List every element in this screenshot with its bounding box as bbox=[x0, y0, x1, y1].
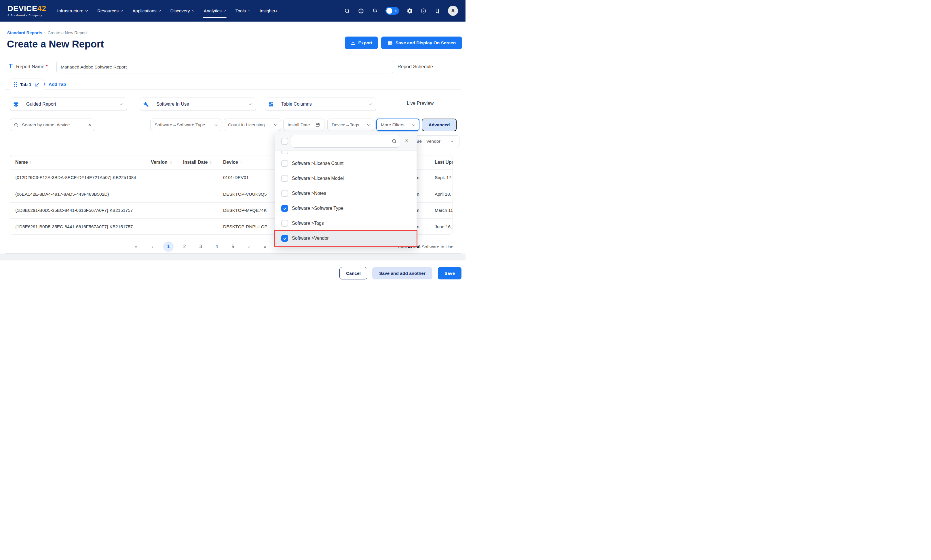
column-header-name[interactable]: Name ↑↓ bbox=[15, 160, 32, 165]
help-icon[interactable]: ? bbox=[420, 8, 427, 14]
pagination-first[interactable]: « bbox=[131, 242, 142, 252]
nav-item-resources[interactable]: Resources bbox=[97, 5, 123, 17]
globe-icon[interactable] bbox=[358, 8, 364, 14]
chevron-down-icon bbox=[367, 123, 370, 126]
cell-device: DESKTOP-VUUK3Q5 bbox=[223, 192, 266, 197]
edit-pencil-icon[interactable] bbox=[34, 82, 40, 87]
pagination-page-2[interactable]: 2 bbox=[179, 242, 190, 252]
checkbox[interactable] bbox=[281, 175, 288, 182]
nav-item-infrastructure[interactable]: Infrastructure bbox=[57, 5, 88, 17]
more-filters-panel: × Software >License Count Software >Lice… bbox=[275, 132, 417, 246]
panel-item-label: Software >Notes bbox=[292, 191, 326, 196]
filter-pill-install-date[interactable]: Install Date bbox=[283, 118, 325, 131]
nav-item-tools[interactable]: Tools bbox=[235, 5, 250, 17]
filter-pill-software-software-type[interactable]: Software→Software Type bbox=[150, 118, 222, 131]
bookmark-icon[interactable] bbox=[434, 8, 440, 14]
check-icon bbox=[283, 206, 287, 211]
pagination-page-3[interactable]: 3 bbox=[195, 242, 206, 252]
search-input[interactable] bbox=[21, 122, 86, 128]
save-button[interactable]: Save bbox=[438, 267, 462, 279]
avatar[interactable]: A bbox=[448, 6, 458, 16]
checkbox[interactable] bbox=[281, 220, 288, 227]
nav-item-applications[interactable]: Applications bbox=[132, 5, 161, 17]
sort-icon[interactable]: ↑↓ bbox=[209, 161, 212, 164]
live-preview-label: Live Preview bbox=[407, 100, 434, 106]
view-mode-select[interactable]: Table Columns bbox=[265, 98, 376, 111]
pagination-page-5[interactable]: 5 bbox=[228, 242, 238, 252]
sort-icon[interactable]: ↑↓ bbox=[240, 161, 243, 164]
notifications-bell-icon[interactable] bbox=[372, 8, 378, 14]
gear-icon[interactable] bbox=[406, 8, 413, 14]
toggle-knob bbox=[443, 64, 448, 70]
chevron-down-icon bbox=[192, 9, 194, 12]
cell-name: {1D8E6291-B0D5-35EC-8441-6616F567A0F7}.K… bbox=[15, 208, 133, 213]
tab-1[interactable]: Tab 1 bbox=[10, 78, 44, 90]
column-header-device[interactable]: Device ↑↓ bbox=[223, 160, 243, 165]
cell-last-updated: June 16, 2 bbox=[435, 224, 453, 229]
chevron-down-icon bbox=[369, 102, 372, 105]
drag-handle-icon[interactable] bbox=[14, 82, 17, 87]
brand-logo[interactable]: DEVICE42 A Freshworks Company bbox=[8, 5, 46, 17]
cell-last-updated: March 11, bbox=[435, 208, 453, 213]
nav-item-insights[interactable]: Insights+ bbox=[260, 5, 277, 17]
breadcrumb-parent-link[interactable]: Standard Reports bbox=[7, 31, 42, 35]
panel-search-input[interactable] bbox=[295, 138, 391, 144]
cell-device: DESKTOP-MFQE74K bbox=[223, 208, 266, 213]
tabbar-divider bbox=[5, 89, 461, 90]
panel-item-software-tags[interactable]: Software >Tags bbox=[275, 216, 417, 231]
select-all-checkbox[interactable] bbox=[281, 138, 288, 145]
panel-item-label: Software >Vendor bbox=[292, 236, 329, 241]
nav-item-label: Resources bbox=[97, 8, 118, 14]
advanced-button[interactable]: Advanced bbox=[422, 118, 457, 131]
search-icon[interactable] bbox=[344, 8, 350, 14]
export-button[interactable]: Export bbox=[345, 37, 378, 49]
add-tab-button[interactable]: + Add Tab bbox=[43, 80, 66, 88]
panel-item-software-notes[interactable]: Software >Notes bbox=[275, 186, 417, 201]
wrench-icon bbox=[140, 98, 152, 111]
panel-item-label: Software >License Count bbox=[292, 161, 343, 166]
panel-search-box bbox=[291, 135, 400, 148]
filter-pill-more-filters[interactable]: More Filters bbox=[376, 118, 419, 131]
checkbox[interactable] bbox=[281, 235, 288, 242]
theme-toggle[interactable] bbox=[385, 7, 399, 15]
pagination-next[interactable]: › bbox=[244, 242, 254, 252]
pagination-page-4[interactable]: 4 bbox=[212, 242, 222, 252]
column-header-last-upd[interactable]: Last Upd bbox=[435, 160, 453, 165]
panel-item-software-license-count[interactable]: Software >License Count bbox=[275, 156, 417, 171]
close-icon[interactable]: × bbox=[405, 137, 408, 143]
scrolled-item-checkbox-sliver bbox=[281, 151, 288, 154]
checkbox[interactable] bbox=[281, 205, 288, 212]
filter-pill-device-tags[interactable]: Device→Tags bbox=[327, 118, 374, 131]
chevron-down-icon bbox=[248, 9, 250, 12]
nav-item-discovery[interactable]: Discovery bbox=[171, 5, 194, 17]
clear-search-icon[interactable]: × bbox=[88, 122, 91, 128]
panel-item-software-software-type[interactable]: Software >Software Type bbox=[275, 201, 417, 216]
checkbox[interactable] bbox=[281, 190, 288, 197]
checkbox[interactable] bbox=[281, 160, 288, 167]
sort-icon[interactable]: ↑↓ bbox=[169, 161, 172, 164]
report-type-select[interactable]: Guided Report bbox=[10, 98, 127, 111]
sort-icon[interactable]: ↑↓ bbox=[30, 161, 33, 164]
panel-item-label: Software >License Model bbox=[292, 176, 344, 181]
pagination-prev[interactable]: ‹ bbox=[147, 242, 157, 252]
pagination-last[interactable]: » bbox=[260, 242, 270, 252]
filter-pill-count-in-licensing[interactable]: Count in Licensing bbox=[224, 118, 281, 131]
cell-name: {012D26C3-E12A-3BDA-8ECE-DF14E721A507}.K… bbox=[15, 175, 136, 180]
data-source-select[interactable]: Software In Use bbox=[140, 98, 256, 111]
brand-tagline: A Freshworks Company bbox=[8, 14, 46, 17]
toggle-knob bbox=[386, 8, 392, 14]
chevron-down-icon bbox=[223, 9, 226, 12]
panel-item-software-license-model[interactable]: Software >License Model bbox=[275, 171, 417, 186]
column-header-install-date[interactable]: Install Date ↑↓ bbox=[183, 160, 212, 165]
nav-item-analytics[interactable]: Analytics bbox=[204, 5, 226, 17]
save-and-add-another-button[interactable]: Save and add another bbox=[372, 267, 432, 279]
panel-item-software-vendor[interactable]: Software >Vendor bbox=[275, 231, 417, 246]
cancel-button[interactable]: Cancel bbox=[339, 267, 367, 279]
save-display-button[interactable]: Save and Display On Screen bbox=[381, 37, 462, 49]
report-name-input[interactable] bbox=[57, 61, 393, 73]
cell-occluded-fragment: n. bbox=[417, 224, 420, 229]
column-header-version[interactable]: Version ↑↓ bbox=[151, 160, 172, 165]
breadcrumb: Standard Reports › Create a New Report bbox=[7, 31, 87, 35]
select-value: Table Columns bbox=[281, 102, 369, 107]
pagination-page-1[interactable]: 1 bbox=[163, 242, 174, 252]
